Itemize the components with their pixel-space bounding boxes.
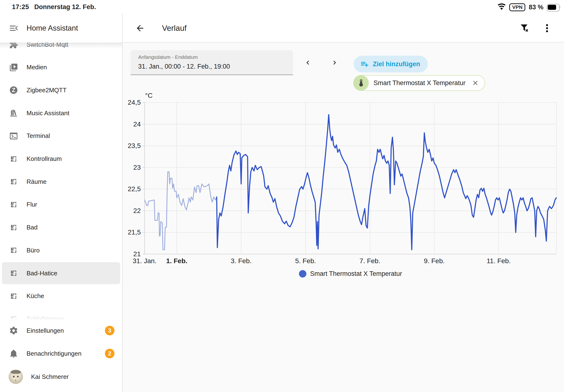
vpn-badge: VPN [509,3,525,11]
home-assistant-app: 17:25 Donnerstag 12. Feb. VPN 83 % Switc… [0,0,564,392]
sidebar-item-k-che[interactable]: Küche [0,285,122,308]
sidebar-item-label: Einstellungen [27,327,64,334]
sidebar-item-label: Flur [27,201,37,208]
svg-text:11. Feb.: 11. Feb. [487,257,511,265]
legend-dot [299,270,306,278]
gear-icon [9,326,18,335]
floor-plan-icon [9,246,18,255]
svg-text:°C: °C [145,92,152,99]
svg-text:21: 21 [133,250,141,258]
zigbee2mqtt-icon: Z [9,85,18,95]
svg-text:Z: Z [12,87,15,94]
sidebar-item-label: Zigbee2MQTT [27,86,67,94]
svg-text:9. Feb.: 9. Feb. [424,257,445,265]
sidebar-item-flur[interactable]: Flur [0,193,122,216]
svg-text:24: 24 [133,120,141,128]
floor-plan-icon [9,177,18,186]
sidebar-item-bad-hatice[interactable]: Bad-Hatice [0,262,122,285]
svg-text:22,5: 22,5 [128,185,141,193]
filter-remove-button[interactable] [519,22,531,34]
notification-badge: 3 [105,326,114,335]
sidebar-item-label: Benachrichtigungen [27,350,82,357]
status-time: 17:25 [12,3,29,11]
sidebar-item-benachrichtigungen[interactable]: Benachrichtigungen2 [0,342,122,365]
svg-text:31. Jan.: 31. Jan. [133,257,157,265]
sidebar-item-label: Bad [27,224,38,231]
floor-plan-icon [9,200,18,209]
kebab-menu-icon [542,23,552,33]
back-button[interactable] [135,23,145,33]
bookshelf-icon [9,109,18,118]
sidebar-item-label: Medien [27,64,47,71]
svg-text:21,5: 21,5 [128,228,141,236]
floor-plan-icon [9,154,18,164]
status-bar: 17:25 Donnerstag 12. Feb. VPN 83 % [0,0,564,13]
media-multiple-icon [9,63,18,72]
page-title: Verlauf [162,23,187,33]
overflow-menu-button[interactable] [541,22,553,34]
menu-open-icon[interactable] [9,23,19,33]
avatar [9,370,23,384]
sidebar-item-label: Bad-Hatice [27,270,57,277]
sidebar-item-music-assistant[interactable]: Music Assistant [0,102,122,125]
svg-text:5. Feb.: 5. Feb. [295,257,316,265]
terminal-icon [9,131,18,140]
sidebar-item-terminal[interactable]: Terminal [0,125,122,147]
sidebar-divider [122,13,123,392]
sidebar-item-label: Büro [27,247,40,254]
sidebar-item-zigbee2mqtt[interactable]: ZZigbee2MQTT [0,79,122,102]
chart-legend[interactable]: Smart Thermostat X Temperatur [145,268,556,280]
battery-percent: 83 % [529,4,543,11]
sidebar-item-kontrollraum[interactable]: Kontrollraum [0,147,122,170]
status-date: Donnerstag 12. Feb. [34,3,96,11]
floor-plan-icon [9,269,18,278]
legend-label: Smart Thermostat X Temperatur [310,270,402,278]
filter-remove-icon [520,23,530,33]
sidebar-item-label: Music Assistant [27,110,69,117]
sidebar-item-label: Küche [27,292,44,300]
floor-plan-icon [9,223,18,232]
history-chart[interactable]: 24,52423,52322,52221,52131. Jan.1. Feb.3… [122,0,564,392]
svg-text:3. Feb.: 3. Feb. [231,257,252,265]
svg-text:23: 23 [133,164,141,171]
user-name: Kai Schmerer [31,373,69,380]
sidebar-item-r-ume[interactable]: Räume [0,170,122,193]
sidebar-item-label: Terminal [27,132,50,140]
sidebar-item-bad[interactable]: Bad [0,216,122,239]
back-arrow-icon [135,23,145,33]
battery-icon [547,4,560,11]
sidebar-title: Home Assistant [27,23,78,33]
sidebar-item-b-ro[interactable]: Büro [0,239,122,262]
sidebar-user-profile[interactable]: Kai Schmerer [0,365,122,388]
svg-text:22: 22 [133,207,141,214]
bell-icon [9,349,18,358]
svg-text:1. Feb.: 1. Feb. [166,257,187,265]
sidebar-item-label: Räume [27,178,47,185]
floor-plan-icon [9,292,18,301]
svg-text:23,5: 23,5 [128,142,141,149]
sidebar-item-label: Kontrollraum [27,155,62,163]
svg-text:24,5: 24,5 [128,99,141,106]
sidebar-scroll-fade-top [0,42,122,50]
sidebar-item-medien[interactable]: Medien [0,56,122,79]
sidebar-item-einstellungen[interactable]: Einstellungen3 [0,319,122,342]
svg-text:7. Feb.: 7. Feb. [359,257,380,265]
notification-badge: 2 [105,349,114,358]
wifi-icon [497,2,506,12]
